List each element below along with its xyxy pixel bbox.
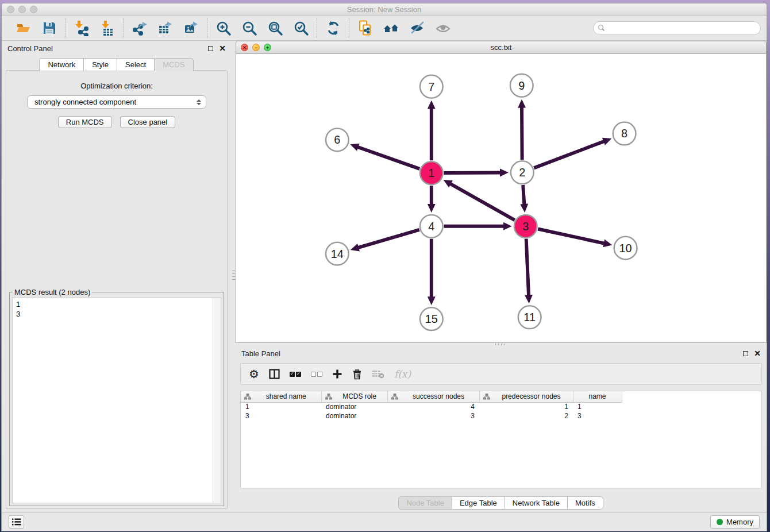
delete-table-button[interactable] — [372, 369, 384, 379]
graph-node-11[interactable]: 11 — [518, 306, 541, 329]
select-all-columns-button[interactable] — [290, 372, 301, 377]
tab-network-table[interactable]: Network Table — [505, 496, 568, 510]
checked-box-icon — [290, 372, 295, 377]
cell-shared-name[interactable]: 3 — [241, 411, 321, 421]
graph-edge-arrowhead — [518, 99, 526, 108]
cell-predecessor-nodes[interactable]: 1 — [479, 402, 573, 411]
home-network-button[interactable] — [383, 20, 399, 36]
graph-edge-1-6[interactable] — [357, 147, 420, 169]
graph-edge-arrowhead — [500, 168, 509, 176]
mcds-result-group: MCDS result (2 nodes) 1 3 — [9, 288, 224, 506]
zoom-selected-button[interactable] — [292, 20, 309, 36]
search-input[interactable] — [593, 21, 761, 35]
show-details-button[interactable] — [434, 20, 451, 36]
control-panel-title: Control Panel — [7, 44, 53, 53]
cell-successor-nodes[interactable]: 3 — [387, 411, 479, 421]
cell-name[interactable]: 1 — [573, 402, 622, 411]
function-builder-button[interactable]: f(x) — [394, 368, 411, 380]
graph-node-6[interactable]: 6 — [326, 128, 349, 151]
tab-select[interactable]: Select — [117, 58, 155, 71]
cell-name[interactable]: 3 — [573, 411, 622, 421]
tab-mcds[interactable]: MCDS — [154, 58, 193, 71]
table-row[interactable]: 3 dominator 3 2 3 — [241, 411, 622, 421]
cell-mcds-role[interactable]: dominator — [321, 402, 387, 411]
float-panel-icon[interactable] — [208, 46, 213, 51]
import-table-button[interactable] — [99, 20, 116, 36]
graph-edge-arrowhead — [503, 222, 512, 230]
graph-node-7[interactable]: 7 — [420, 75, 443, 98]
graph-node-3[interactable]: 3 — [514, 215, 537, 238]
graph-node-label: 1 — [428, 167, 434, 179]
graph-edge-1-2[interactable] — [444, 172, 502, 173]
hide-details-button[interactable] — [409, 20, 425, 36]
graph-edge-3-1[interactable] — [449, 183, 515, 220]
refresh-layout-button[interactable] — [325, 20, 341, 36]
houses-icon — [383, 20, 399, 36]
graph-edge-2-9[interactable] — [522, 106, 522, 160]
add-column-button[interactable] — [332, 369, 342, 379]
table-row[interactable]: 1 dominator 4 1 1 — [241, 402, 622, 411]
graph-edge-3-11[interactable] — [526, 239, 529, 297]
zoom-out-button[interactable] — [241, 20, 257, 36]
result-scrollbar[interactable] — [213, 298, 221, 503]
vertical-splitter[interactable] — [232, 41, 236, 512]
unselect-all-columns-button[interactable] — [311, 372, 322, 377]
graph-node-15[interactable]: 15 — [420, 307, 443, 330]
graph-node-10[interactable]: 10 — [614, 237, 637, 260]
network-canvas[interactable]: 7968124314101511 — [236, 54, 766, 342]
graph-node-4[interactable]: 4 — [420, 215, 443, 238]
close-panel-icon[interactable]: ✕ — [219, 44, 226, 52]
criterion-dropdown[interactable]: strongly connected component — [27, 95, 206, 109]
column-header-predecessor-nodes[interactable]: predecessor nodes — [479, 391, 573, 402]
cell-shared-name[interactable]: 1 — [241, 402, 321, 411]
graph-edge-4-14[interactable] — [357, 230, 419, 248]
graph-edge-2-8[interactable] — [534, 141, 605, 168]
mcds-result-box[interactable]: 1 3 — [12, 298, 221, 503]
open-folder-icon — [16, 20, 32, 36]
column-header-shared-name[interactable]: shared name — [241, 391, 321, 402]
clone-network-button[interactable] — [357, 20, 374, 36]
tab-network[interactable]: Network — [39, 58, 84, 71]
graph-edge-2-3[interactable] — [523, 185, 524, 206]
tab-edge-table[interactable]: Edge Table — [452, 496, 505, 510]
export-table-button[interactable] — [157, 20, 174, 36]
column-panel-button[interactable] — [269, 369, 280, 379]
cell-mcds-role[interactable]: dominator — [321, 411, 387, 421]
table-settings-button[interactable]: ⚙ — [249, 368, 259, 380]
graph-node-8[interactable]: 8 — [613, 122, 636, 145]
task-history-button[interactable] — [9, 515, 24, 529]
memory-button[interactable]: Memory — [710, 515, 760, 529]
mcds-panel: Optimization criterion: strongly connect… — [6, 70, 228, 509]
export-image-button[interactable] — [183, 20, 199, 36]
eye-slash-icon — [409, 20, 425, 36]
cell-successor-nodes[interactable]: 4 — [387, 402, 479, 411]
column-header-name[interactable]: name — [573, 391, 622, 402]
column-header-successor-nodes[interactable]: successor nodes — [387, 391, 479, 402]
mcds-result-title: MCDS result (2 nodes) — [13, 288, 92, 296]
column-header-mcds-role[interactable]: MCDS role — [321, 391, 387, 402]
export-table-icon — [157, 20, 174, 36]
close-panel-icon[interactable]: ✕ — [754, 349, 761, 357]
float-panel-icon[interactable] — [743, 351, 748, 356]
graph-edge-3-10[interactable] — [538, 229, 606, 244]
graph-node-2[interactable]: 2 — [511, 161, 534, 184]
delete-columns-button[interactable] — [352, 369, 362, 380]
import-network-button[interactable] — [73, 20, 90, 36]
zoom-fit-button[interactable] — [267, 20, 283, 36]
run-mcds-button[interactable]: Run MCDS — [58, 116, 112, 128]
network-view-titlebar: ✕ − + scc.txt — [236, 41, 766, 54]
save-session-button[interactable] — [41, 20, 57, 36]
close-panel-button[interactable]: Close panel — [120, 116, 176, 128]
graph-node-9[interactable]: 9 — [510, 74, 533, 97]
tab-motifs[interactable]: Motifs — [567, 496, 603, 510]
tab-style[interactable]: Style — [83, 58, 117, 71]
unchecked-box-icon — [317, 372, 322, 377]
graph-node-1[interactable]: 1 — [420, 161, 443, 184]
open-session-button[interactable] — [15, 20, 32, 36]
tab-node-table[interactable]: Node Table — [398, 496, 452, 510]
graph-node-14[interactable]: 14 — [326, 242, 349, 265]
column-type-icon — [391, 394, 398, 400]
export-network-button[interactable] — [131, 20, 148, 36]
cell-predecessor-nodes[interactable]: 2 — [479, 411, 573, 421]
zoom-in-button[interactable] — [215, 20, 232, 36]
